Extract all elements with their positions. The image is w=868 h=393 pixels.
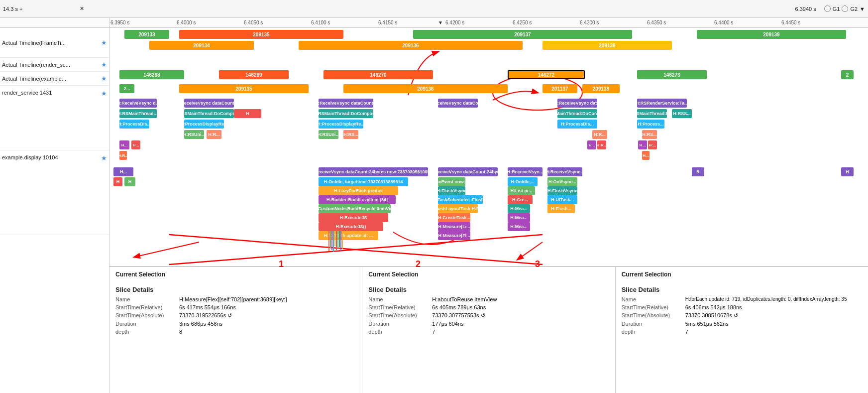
rs-proc-4[interactable]: H:ProcessDis... (557, 120, 597, 129)
left-panel: Actual Timeline(FrameTi... ★ Actual Time… (0, 18, 109, 393)
ed-vsync-1[interactable]: H:ReceiveVsync dataCount:24bytes ... (438, 167, 498, 176)
panel3-tab[interactable]: Current Selection (616, 267, 868, 282)
left-row-example: Actual Timeline(example... ★ (0, 72, 109, 86)
rs-h-2[interactable]: H... (587, 140, 596, 149)
rs-r-3[interactable]: H:RS... (642, 130, 657, 139)
rs-vsync-4[interactable]: H:ReceiveVsync dat... (557, 99, 597, 108)
ed-vsync-3[interactable]: H:ReceiveVsync... (547, 167, 582, 176)
g2-radio[interactable] (842, 5, 848, 12)
rs-main-6[interactable]: H:RSS... (672, 109, 692, 118)
example-bar-201137[interactable]: 201137 (542, 84, 577, 93)
dropdown-arrow[interactable]: ▼ (860, 6, 865, 12)
ed-onidle-1[interactable]: H:OnIdle,... (508, 177, 538, 186)
render-bar-146270[interactable]: 146270 (324, 70, 433, 79)
timeline-ruler: 6.3950 s 6.4000 s 6.4050 s 6.4100 s 6.41… (109, 18, 868, 28)
rs-h-5[interactable]: H:... (648, 140, 657, 149)
ed-measurefl-0[interactable]: H:Measure[Fl... (438, 231, 470, 240)
tick-9: 6.4400 s (714, 20, 733, 25)
rs-sub-0[interactable]: H:R... (119, 151, 127, 160)
example-bar-209135b[interactable]: 209135 (179, 84, 309, 93)
rs-main-2[interactable]: H:RSMainThread:DoCompos... (319, 109, 373, 118)
g1-radio[interactable] (824, 5, 831, 12)
rs-main-4[interactable]: H:RSMainThread:DoCompos... (557, 109, 597, 118)
ed-flush-1[interactable]: H:Flush... (547, 204, 575, 213)
ed-sub-2[interactable]: H (124, 177, 135, 186)
ed-execjs-1[interactable]: H:ExecuteJS() (319, 222, 383, 231)
rs-proc-5[interactable]: H:Process... (637, 120, 664, 129)
example-bar-2[interactable]: 2... (119, 84, 134, 93)
rs-sub-1[interactable]: H... (642, 151, 650, 160)
example-star[interactable]: ★ (101, 75, 107, 82)
frame-bar-209138[interactable]: 209138 (542, 41, 672, 50)
ed-h-0[interactable]: H... (113, 167, 133, 176)
ed-h-r[interactable]: R (692, 167, 704, 176)
render-bar-146273[interactable]: 146273 (637, 70, 707, 79)
ed-mea-1[interactable]: H:Mea... (508, 213, 530, 222)
frame-bar-209133[interactable]: 209133 (124, 30, 169, 39)
panel2-tab-label: Current Selection (368, 271, 418, 278)
ed-flushvsync-0[interactable]: H:FlushVsync (438, 186, 465, 195)
render-bar-146268[interactable]: 146268 (119, 70, 184, 79)
render-bar-146272[interactable]: 146272 (508, 70, 585, 79)
frame-bar-209134[interactable]: 209134 (149, 41, 254, 50)
panel2-field-1: StartTime(Relative) 6s 405ms 789μs 63ns (368, 304, 609, 310)
ed-vsync-0[interactable]: H:ReceiveVsync dataCount:24bytes now:733… (319, 167, 428, 176)
frame-bar-209135[interactable]: 209135 (179, 30, 343, 39)
ed-flushvsync-1[interactable]: H:FlushVsync (547, 186, 577, 195)
rs-h-3[interactable]: H:R... (597, 140, 606, 149)
example-bar-209138b[interactable]: 209138 (582, 84, 620, 93)
rs-vsync-5[interactable]: H:RSRenderService:Ta... (637, 99, 687, 108)
rs-r-1[interactable]: H:RS... (343, 130, 358, 139)
ed-sub-0[interactable]: H (113, 177, 122, 186)
rs-vsync-1[interactable]: H:ReceiveVsync dataCount:2... (184, 99, 234, 108)
rs-r-0[interactable]: H:R... (207, 130, 221, 139)
ed-execjs-0[interactable]: H:ExecuteJS (319, 213, 388, 222)
panel2-tab[interactable]: Current Selection (362, 267, 615, 282)
ed-flushlayout-0[interactable]: H:FlushLayoutTask H:Flu... (438, 204, 478, 213)
rs-proc-2[interactable]: H:ProcessDisplayRe... (184, 120, 224, 129)
ed-list-0[interactable]: H:List pr... (508, 186, 535, 195)
rs-uni-1[interactable]: H:RSUni... (319, 130, 338, 139)
render-se-star[interactable]: ★ (101, 61, 107, 68)
panel1-tab[interactable]: Current Selection (109, 267, 362, 282)
ed-builder-0[interactable]: H:Builder:BuildLazyItem [34] (319, 195, 396, 204)
panel1-content: Slice Details Name H:Measure[Flex][self:… (109, 282, 362, 393)
example-display-star[interactable]: ★ (101, 154, 107, 162)
frame-bar-209136[interactable]: 209136 (299, 41, 523, 50)
ed-onvsync-1[interactable]: H:OnVsync... (547, 177, 577, 186)
example-bar-209136b[interactable]: 209136 (343, 84, 508, 93)
ed-lazy-0[interactable]: H:LazyForEach predict (319, 186, 398, 195)
ed-onvsync-0[interactable]: H:OnVsyncEvent now:7337031... (438, 177, 465, 186)
frame-bar-209137[interactable]: 209137 (413, 30, 632, 39)
rs-uni-0[interactable]: H:RSUni... (184, 130, 204, 139)
rs-h-0[interactable]: H... (119, 140, 129, 149)
render-service-star[interactable]: ★ (101, 90, 107, 97)
ed-measureli-0[interactable]: H:Measure[Li... (438, 222, 470, 231)
ed-custom-0[interactable]: H:CustomNode:BuildRecycle ItemView (319, 204, 391, 213)
ed-mea-0[interactable]: H:Mea... (508, 204, 530, 213)
rs-proc-1[interactable]: H:ProcessDis... (119, 120, 149, 129)
ed-cre-0[interactable]: H:Cre... (508, 195, 533, 204)
rs-vsync-3[interactable]: H:ReceiveVsync dataCount... (438, 99, 478, 108)
ed-createtask-0[interactable]: H:CreateTask... (438, 213, 470, 222)
rs-vsync-2[interactable]: H:ReceiveVsync dataCount... (319, 99, 373, 108)
ed-mea-2[interactable]: H:Mea... (508, 222, 530, 231)
rs-h-1[interactable]: H... (131, 140, 140, 149)
rs-main-0[interactable]: H:RSMainThread:... (119, 109, 157, 118)
ed-uitask-1[interactable]: H:UITask... (547, 195, 577, 204)
rs-vsync-0[interactable]: H:ReceiveVsync d... (119, 99, 157, 108)
rs-proc-3[interactable]: H:ProcessDisplayRe... (319, 120, 363, 129)
ed-vsync-2[interactable]: H:ReceiveVsyn... (508, 167, 542, 176)
render-bar-2[interactable]: 2 (841, 70, 854, 79)
rs-r-2[interactable]: H:R... (592, 130, 607, 139)
rs-proc-0[interactable]: H (234, 109, 261, 118)
render-bar-146269[interactable]: 146269 (219, 70, 289, 79)
rs-h-4[interactable]: H... (638, 140, 647, 149)
ed-h-1[interactable]: H (841, 167, 854, 176)
ed-onidle-0[interactable]: H:OnIdle, targettime:73370313889614 (319, 177, 408, 186)
rs-main-5[interactable]: H:RSMainThread:Do... (637, 109, 667, 118)
frameti-star[interactable]: ★ (101, 39, 107, 46)
frame-bar-209139[interactable]: 209139 (697, 30, 846, 39)
rs-main-1[interactable]: H:RSMainThread:DoCompos... (184, 109, 234, 118)
ed-uitask-0[interactable]: H:UITaskScheduler::FlushTa... (438, 195, 483, 204)
